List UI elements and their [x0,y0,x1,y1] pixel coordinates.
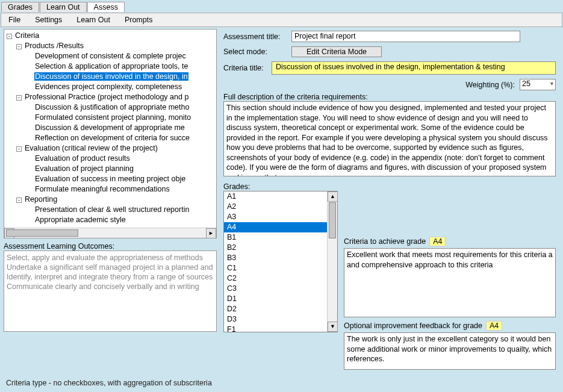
tree-leaf[interactable]: Formulate meaningful recommendations [34,185,170,193]
expand-icon[interactable] [16,44,22,49]
criteria-achieve-label: Criteria to achieve grade [344,237,426,246]
list-item[interactable]: A1 [224,191,327,202]
list-item[interactable]: F1 [224,325,327,332]
list-item[interactable]: B3 [224,253,327,263]
grades-label: Grades: [223,182,338,191]
menu-learn-out[interactable]: Learn Out [69,14,117,25]
scroll-thumb[interactable] [329,202,336,238]
tab-assess[interactable]: Assess [87,2,125,12]
tree-leaf[interactable]: Presentation of clear & well structured … [34,205,190,214]
improvement-textarea[interactable]: The work is only just in the excellent c… [344,332,556,370]
scroll-thumb[interactable] [6,229,78,237]
tree-leaf[interactable]: Reflection on development of criteria fo… [34,134,190,142]
alo-line: Select, apply and evaluate the appropria… [7,253,214,263]
grade-badge: A4 [429,237,446,246]
improvement-label: Optional improvement feedback for grade [344,322,482,330]
menu-prompts[interactable]: Prompts [117,14,160,25]
scroll-right-icon[interactable]: ► [206,228,216,238]
criteria-achieve-textarea[interactable]: Excellent work that meets most requireme… [344,248,556,317]
tab-learn-out[interactable]: Learn Out [40,2,87,12]
status-text: Criteria type - no checkboxes, with aggr… [6,379,212,387]
tree-node[interactable]: Reporting [24,195,58,204]
alo-line: Communicate clearly and concisely verbal… [7,282,214,291]
tree-leaf[interactable]: Evaluation of project planning [34,164,134,173]
tree-leaf[interactable]: Discussion & justification of appropriat… [34,103,190,111]
criteria-title-label: Criteria title: [223,64,267,72]
list-item[interactable]: C2 [224,273,327,284]
tree-leaf[interactable]: Evaluation of product results [34,154,131,163]
tab-grades[interactable]: Grades [1,2,39,12]
list-item[interactable]: B2 [224,243,327,253]
expand-icon[interactable] [16,198,22,203]
list-item[interactable]: C1 [224,263,327,273]
grades-listbox[interactable]: A1A2A3A4B1B2B3C1C2C3D1D2D3F1F2 ▲ ▼ [223,191,338,332]
expand-icon[interactable] [7,34,12,39]
grade-badge: A4 [486,321,502,331]
tree-leaf[interactable]: Evidences project complexity, completene… [34,82,182,91]
list-item[interactable]: B1 [224,232,327,243]
list-item[interactable]: A2 [224,202,327,212]
tree-scrollbar[interactable]: ◄ ► [4,228,216,238]
alo-line: Undertake a significant self managed pro… [7,263,214,272]
tree-leaf[interactable]: Appropriate academic style [34,216,126,224]
weighting-label: Weighting (%): [465,81,515,89]
alo-line: Identify, interpret and integrate theory… [7,272,214,282]
criteria-tree[interactable]: Criteria Products /Results Development o… [4,29,217,238]
list-item[interactable]: A3 [224,212,327,222]
description-textarea[interactable]: This section should include evidence of … [223,101,556,176]
tree-node[interactable]: Professional Practice (project methodolo… [24,93,189,101]
tree-leaf[interactable]: Selection & application of appropriate t… [34,62,188,70]
menu-bar: File Settings Learn Out Prompts [1,13,562,27]
expand-icon[interactable] [16,95,22,101]
select-mode-label: Select mode: [223,48,287,56]
tree-leaf[interactable]: Discussion & development of appropriate … [34,123,185,132]
assess-title-label: Assessment title: [223,33,287,41]
desc-label: Full description of the criteria require… [223,93,556,101]
list-item[interactable]: D1 [224,294,327,304]
criteria-title-input[interactable]: Discussion of issues involved in the des… [272,61,556,75]
list-scrollbar[interactable]: ▲ ▼ [327,191,337,332]
window-tabs: Grades Learn Out Assess [0,0,563,12]
scroll-up-icon[interactable]: ▲ [328,191,338,202]
tree-node[interactable]: Products /Results [24,42,84,50]
menu-settings[interactable]: Settings [28,14,69,25]
assess-title-input[interactable]: Project final report [291,31,520,42]
alo-label: Assessment Learning Outcomes: [4,242,217,250]
edit-criteria-button[interactable]: Edit Criteria Mode [291,46,382,57]
scroll-down-icon[interactable]: ▼ [328,322,338,332]
tree-leaf[interactable]: Development of consistent & complete pro… [34,52,187,60]
list-item[interactable]: C3 [224,284,327,294]
alo-box: Select, apply and evaluate the appropria… [4,250,217,332]
tree-root[interactable]: Criteria [14,31,40,40]
list-item[interactable]: D2 [224,304,327,314]
list-item[interactable]: A4 [224,222,327,232]
tree-leaf[interactable]: Evaluation of success in meeting project… [34,175,186,183]
list-item[interactable]: D3 [224,314,327,325]
tree-leaf-selected[interactable]: Discussion of issues involved in the des… [34,72,188,81]
expand-icon[interactable] [16,146,22,152]
menu-file[interactable]: File [1,14,28,25]
tree-node[interactable]: Evaluation (critical review of the proje… [24,144,158,152]
weighting-select[interactable]: 25 [520,79,556,90]
tree-leaf[interactable]: Formulated consistent project planning, … [34,113,191,122]
